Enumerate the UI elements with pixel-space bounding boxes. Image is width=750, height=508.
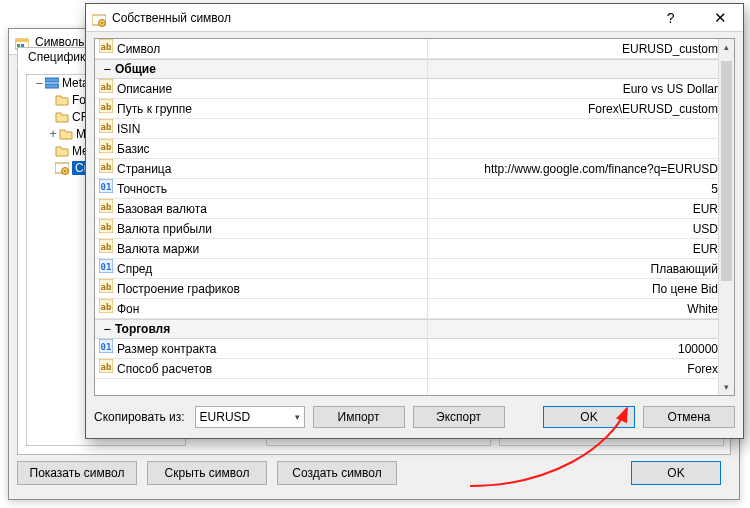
text-type-icon: ab — [99, 239, 113, 258]
dialog-titlebar[interactable]: Собственный символ ? ✕ — [86, 4, 743, 32]
folder-icon — [59, 127, 73, 144]
svg-text:ab: ab — [101, 202, 112, 212]
property-value[interactable]: Плавающий — [427, 259, 734, 278]
property-grid[interactable]: abСимволEURUSD_custom−ОбщиеabОписаниеEur… — [94, 38, 735, 396]
grid-scrollbar[interactable]: ▴ ▾ — [718, 39, 734, 395]
text-type-icon: ab — [99, 99, 113, 118]
import-button[interactable]: Импорт — [313, 406, 405, 428]
property-row[interactable]: abПуть к группеForex\EURUSD_custom — [95, 99, 734, 119]
property-value[interactable]: По цене Bid — [427, 279, 734, 298]
property-row[interactable]: abПостроение графиковПо цене Bid — [95, 279, 734, 299]
folder-icon — [55, 93, 69, 110]
property-row[interactable]: abСимволEURUSD_custom — [95, 39, 734, 59]
property-row[interactable]: abISIN — [95, 119, 734, 139]
custom-symbol-icon — [92, 9, 106, 37]
help-button[interactable]: ? — [648, 4, 694, 32]
property-value[interactable]: http://www.google.com/finance?q=EURUSD — [427, 159, 734, 178]
dialog-ok-button[interactable]: OK — [543, 406, 635, 428]
svg-text:ab: ab — [101, 142, 112, 152]
svg-point-8 — [64, 170, 66, 172]
svg-text:ab: ab — [101, 362, 112, 372]
server-icon — [45, 76, 59, 93]
show-symbol-button[interactable]: Показать символ — [17, 461, 137, 485]
property-key: Валюта прибыли — [117, 219, 212, 238]
property-value[interactable]: EUR — [427, 239, 734, 258]
property-value[interactable]: Forex\EURUSD_custom — [427, 99, 734, 118]
property-row[interactable]: abОписаниеEuro vs US Dollar — [95, 79, 734, 99]
property-value[interactable]: White — [427, 299, 734, 318]
property-key: Фон — [117, 299, 139, 318]
property-value[interactable]: 100000 — [427, 339, 734, 358]
number-type-icon: 01 — [99, 259, 113, 278]
property-row[interactable]: 01СпредПлавающий — [95, 259, 734, 279]
text-type-icon: ab — [99, 119, 113, 138]
property-value[interactable] — [427, 119, 734, 138]
cancel-button[interactable]: Отмена — [643, 406, 735, 428]
svg-text:ab: ab — [101, 102, 112, 112]
custom-symbol-icon — [55, 161, 69, 178]
collapse-icon[interactable]: − — [99, 320, 115, 338]
svg-text:ab: ab — [101, 242, 112, 252]
property-row[interactable]: abСпособ расчетовForex — [95, 359, 734, 379]
property-value[interactable]: Forex — [427, 359, 734, 378]
svg-text:ab: ab — [101, 282, 112, 292]
property-key: Спред — [117, 259, 152, 278]
property-key: Построение графиков — [117, 279, 240, 298]
property-key: Страница — [117, 159, 171, 178]
close-button[interactable]: ✕ — [697, 4, 743, 32]
property-row[interactable]: abФонWhite — [95, 299, 734, 319]
copy-from-label: Скопировать из: — [94, 410, 185, 424]
number-type-icon: 01 — [99, 179, 113, 198]
svg-rect-4 — [45, 78, 59, 82]
text-type-icon: ab — [99, 39, 113, 58]
copy-from-combo[interactable]: EURUSD ▾ — [195, 406, 305, 428]
property-value[interactable]: 5 — [427, 179, 734, 198]
property-value[interactable] — [427, 139, 734, 158]
custom-symbol-dialog: Собственный символ ? ✕ abСимволEURUSD_cu… — [85, 3, 744, 439]
property-row[interactable]: abБазис — [95, 139, 734, 159]
grid-separator[interactable] — [427, 39, 428, 395]
symbols-ok-button[interactable]: OK — [631, 461, 721, 485]
svg-text:01: 01 — [101, 342, 112, 352]
hide-symbol-button[interactable]: Скрыть символ — [147, 461, 267, 485]
property-group[interactable]: −Общие — [95, 59, 734, 79]
folder-icon — [55, 144, 69, 161]
number-type-icon: 01 — [99, 339, 113, 358]
property-row[interactable]: 01Точность5 — [95, 179, 734, 199]
text-type-icon: ab — [99, 139, 113, 158]
svg-text:ab: ab — [101, 122, 112, 132]
property-value[interactable]: EUR — [427, 199, 734, 218]
folder-icon — [55, 110, 69, 127]
property-key: Размер контракта — [117, 339, 217, 358]
create-symbol-button[interactable]: Создать символ — [277, 461, 397, 485]
svg-text:ab: ab — [101, 162, 112, 172]
svg-text:ab: ab — [101, 302, 112, 312]
scroll-down-icon[interactable]: ▾ — [719, 379, 734, 395]
copy-from-value: EURUSD — [200, 410, 251, 424]
svg-text:01: 01 — [101, 182, 112, 192]
svg-rect-5 — [45, 84, 59, 88]
scroll-up-icon[interactable]: ▴ — [719, 39, 734, 55]
property-value[interactable]: USD — [427, 219, 734, 238]
property-key: Описание — [117, 79, 172, 98]
property-row[interactable]: abВалюта прибылиUSD — [95, 219, 734, 239]
dialog-title: Собственный символ — [112, 4, 231, 32]
scroll-thumb[interactable] — [721, 61, 732, 281]
svg-text:01: 01 — [101, 262, 112, 272]
property-row[interactable]: 01Размер контракта100000 — [95, 339, 734, 359]
svg-text:ab: ab — [101, 222, 112, 232]
export-button[interactable]: Экспорт — [413, 406, 505, 428]
property-value[interactable]: EURUSD_custom — [427, 39, 734, 58]
property-row[interactable]: abСтраницаhttp://www.google.com/finance?… — [95, 159, 734, 179]
property-row[interactable]: abВалюта маржиEUR — [95, 239, 734, 259]
property-group[interactable]: −Торговля — [95, 319, 734, 339]
property-value[interactable]: Euro vs US Dollar — [427, 79, 734, 98]
text-type-icon: ab — [99, 359, 113, 378]
property-key: Валюта маржи — [117, 239, 199, 258]
property-key: ISIN — [117, 119, 140, 138]
property-row[interactable]: abБазовая валютаEUR — [95, 199, 734, 219]
property-key: Точность — [117, 179, 167, 198]
property-key: Символ — [117, 39, 160, 58]
collapse-icon[interactable]: − — [99, 60, 115, 78]
dialog-button-row: Скопировать из: EURUSD ▾ Импорт Экспорт … — [94, 404, 735, 430]
